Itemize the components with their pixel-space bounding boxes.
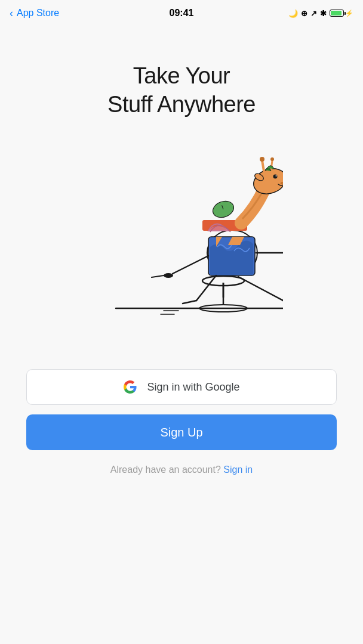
svg-line-19 [173,256,208,274]
bluetooth-icon: ✱ [320,9,327,18]
svg-point-13 [260,157,264,162]
status-time: 09:41 [170,8,194,18]
battery-fill [331,11,342,16]
battery-indicator: ⚡ [330,10,353,17]
signup-label: Sign Up [160,426,202,439]
google-signin-label: Sign in with Google [147,381,239,394]
signin-footer: Already have an account? Sign in [110,465,253,475]
charging-icon: ⚡ [345,10,353,17]
svg-point-10 [276,175,277,177]
signin-link[interactable]: Sign in [223,465,253,475]
location-arrow-icon: ↗ [310,9,317,18]
google-logo-icon [123,380,137,394]
back-arrow-icon[interactable]: ‹ [10,7,13,20]
moon-icon: 🌙 [288,9,298,18]
main-content: Take Your Stuff Anywhere [0,26,363,499]
svg-line-26 [196,275,216,301]
svg-line-21 [152,275,164,277]
headline-line2: Stuff Anywhere [107,92,256,117]
svg-point-20 [164,273,173,278]
headline-line1: Take Your [133,63,230,88]
back-label[interactable]: App Store [17,8,59,18]
svg-line-27 [183,301,196,304]
illustration [80,148,283,333]
svg-point-15 [270,157,274,161]
battery-icon [330,10,344,17]
illustration-svg [80,148,283,333]
status-bar-right: 🌙 ⊕ ↗ ✱ ⚡ [288,9,353,18]
signin-prompt: Already have an account? [110,465,221,475]
svg-line-12 [262,160,264,171]
status-bar-left: ‹ App Store [10,7,59,20]
location-lock-icon: ⊕ [301,9,307,18]
buttons-container: Sign in with Google Sign Up [26,369,337,450]
signup-button[interactable]: Sign Up [26,414,337,450]
svg-point-9 [273,175,278,179]
google-signin-button[interactable]: Sign in with Google [26,369,337,405]
headline: Take Your Stuff Anywhere [107,62,256,119]
status-bar: ‹ App Store 09:41 🌙 ⊕ ↗ ✱ ⚡ [0,0,363,26]
svg-line-28 [238,277,283,301]
